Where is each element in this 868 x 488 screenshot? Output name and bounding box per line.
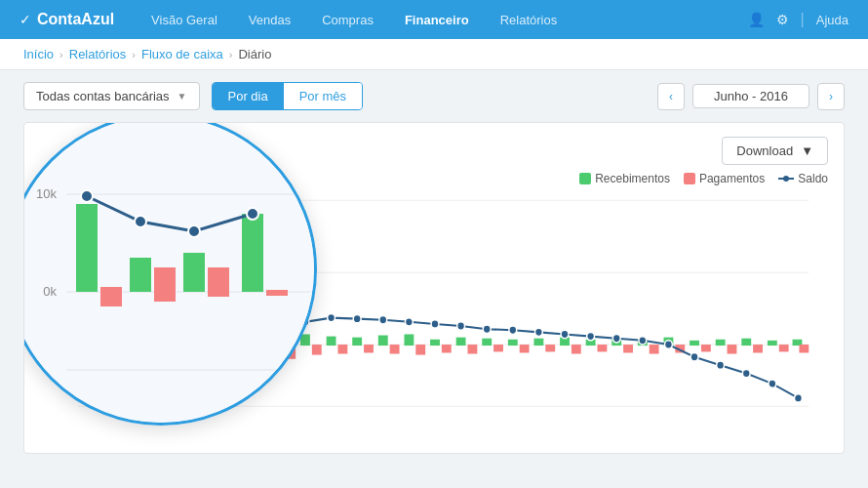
svg-point-72 bbox=[353, 314, 361, 322]
nav-financeiro[interactable]: Financeiro bbox=[401, 13, 473, 27]
legend-red-dot bbox=[684, 173, 695, 184]
legend-recebimentos: Recebimentos bbox=[579, 172, 670, 185]
svg-point-77 bbox=[483, 325, 491, 333]
svg-rect-96 bbox=[76, 204, 98, 292]
svg-rect-35 bbox=[467, 345, 477, 353]
svg-rect-37 bbox=[493, 345, 503, 351]
svg-rect-40 bbox=[533, 339, 543, 346]
svg-rect-33 bbox=[442, 345, 452, 352]
toolbar: Todas contas bancárias ▼ Por dia Por mês… bbox=[0, 70, 868, 122]
svg-rect-26 bbox=[352, 338, 362, 346]
svg-rect-27 bbox=[364, 345, 374, 352]
view-toggle: Por dia Por mês bbox=[212, 82, 364, 110]
svg-point-78 bbox=[509, 326, 517, 334]
svg-rect-39 bbox=[520, 345, 530, 352]
breadcrumb-current: Diário bbox=[238, 47, 271, 61]
breadcrumb-inicio[interactable]: Início bbox=[23, 47, 54, 61]
svg-point-81 bbox=[587, 332, 595, 340]
download-label: Download bbox=[736, 143, 793, 158]
svg-rect-24 bbox=[327, 337, 336, 346]
user-icon[interactable]: 👤 bbox=[748, 12, 765, 27]
svg-rect-45 bbox=[598, 345, 608, 351]
svg-rect-23 bbox=[312, 345, 322, 355]
svg-rect-41 bbox=[545, 345, 555, 351]
svg-rect-52 bbox=[690, 341, 699, 346]
svg-point-79 bbox=[534, 328, 542, 336]
brand-checkmark: ✓ bbox=[20, 12, 31, 27]
svg-rect-98 bbox=[130, 258, 151, 292]
svg-point-106 bbox=[188, 225, 200, 237]
svg-rect-32 bbox=[430, 340, 440, 346]
svg-point-88 bbox=[769, 380, 776, 387]
brand-logo[interactable]: ✓ ContaAzul bbox=[20, 11, 114, 28]
svg-point-89 bbox=[795, 394, 803, 402]
magnify-inner: 10k 0k bbox=[23, 122, 314, 423]
svg-rect-29 bbox=[390, 345, 400, 353]
svg-point-86 bbox=[717, 361, 725, 369]
next-period-button[interactable]: › bbox=[817, 83, 845, 110]
svg-rect-100 bbox=[183, 253, 205, 292]
svg-rect-34 bbox=[456, 338, 466, 346]
nav-compras[interactable]: Compras bbox=[318, 13, 377, 27]
nav-vendas[interactable]: Vendas bbox=[245, 13, 295, 27]
svg-text:0k: 0k bbox=[43, 284, 57, 299]
svg-rect-38 bbox=[508, 340, 518, 346]
svg-rect-55 bbox=[728, 345, 737, 353]
svg-rect-56 bbox=[741, 339, 751, 346]
view-by-day-button[interactable]: Por dia bbox=[213, 83, 284, 109]
svg-rect-49 bbox=[650, 345, 659, 353]
prev-period-button[interactable]: ‹ bbox=[657, 83, 685, 110]
svg-point-87 bbox=[742, 369, 750, 377]
legend-recebimentos-label: Recebimentos bbox=[595, 172, 670, 185]
period-label: Junho - 2016 bbox=[692, 84, 809, 108]
svg-point-104 bbox=[81, 190, 93, 202]
download-arrow-icon: ▼ bbox=[801, 143, 813, 158]
svg-rect-99 bbox=[154, 267, 176, 302]
svg-text:10k: 10k bbox=[36, 186, 57, 201]
svg-point-71 bbox=[328, 313, 335, 321]
breadcrumb-fluxo[interactable]: Fluxo de caixa bbox=[141, 47, 223, 61]
chart-legend: Recebimentos Pagamentos Saldo bbox=[579, 172, 828, 185]
chart-container: Download ▼ Recebimentos Pagamentos Saldo… bbox=[23, 122, 845, 454]
svg-point-76 bbox=[457, 322, 465, 330]
svg-point-83 bbox=[639, 337, 647, 345]
svg-point-80 bbox=[561, 330, 569, 338]
legend-pagamentos: Pagamentos bbox=[684, 172, 765, 185]
help-link[interactable]: Ajuda bbox=[816, 13, 848, 27]
svg-rect-31 bbox=[415, 345, 425, 355]
view-by-month-button[interactable]: Por mês bbox=[284, 83, 362, 109]
legend-line-icon bbox=[778, 178, 794, 180]
svg-rect-54 bbox=[716, 340, 726, 346]
nav-relatorios[interactable]: Relatórios bbox=[496, 13, 562, 27]
breadcrumb: Início › Relatórios › Fluxo de caixa › D… bbox=[0, 39, 868, 70]
gear-icon[interactable]: ⚙ bbox=[776, 12, 789, 27]
svg-rect-103 bbox=[266, 290, 288, 296]
svg-point-74 bbox=[405, 318, 413, 326]
legend-pagamentos-label: Pagamentos bbox=[699, 172, 765, 185]
svg-rect-53 bbox=[701, 345, 711, 351]
navbar: ✓ ContaAzul Visão Geral Vendas Compras F… bbox=[0, 0, 868, 39]
svg-rect-30 bbox=[404, 334, 414, 346]
svg-point-105 bbox=[135, 216, 146, 227]
legend-saldo-label: Saldo bbox=[798, 172, 828, 185]
svg-rect-97 bbox=[100, 287, 122, 306]
svg-rect-58 bbox=[768, 341, 777, 346]
nav-icons: 👤 ⚙ | Ajuda bbox=[748, 11, 848, 28]
svg-rect-61 bbox=[799, 345, 809, 352]
bank-account-dropdown[interactable]: Todas contas bancárias ▼ bbox=[23, 82, 200, 110]
svg-point-107 bbox=[247, 208, 258, 220]
svg-point-75 bbox=[431, 320, 439, 328]
svg-rect-102 bbox=[242, 214, 263, 292]
download-button[interactable]: Download ▼ bbox=[722, 137, 828, 165]
dropdown-arrow-icon: ▼ bbox=[178, 91, 187, 102]
svg-point-82 bbox=[612, 334, 620, 342]
svg-rect-101 bbox=[208, 267, 229, 297]
svg-rect-59 bbox=[779, 345, 789, 351]
svg-rect-47 bbox=[623, 345, 633, 352]
svg-point-85 bbox=[690, 352, 698, 360]
svg-rect-36 bbox=[482, 339, 492, 346]
period-navigation: ‹ Junho - 2016 › bbox=[657, 83, 845, 110]
nav-visao-geral[interactable]: Visão Geral bbox=[147, 13, 221, 27]
brand-name: ContaAzul bbox=[37, 11, 114, 28]
breadcrumb-relatorios[interactable]: Relatórios bbox=[69, 47, 127, 61]
